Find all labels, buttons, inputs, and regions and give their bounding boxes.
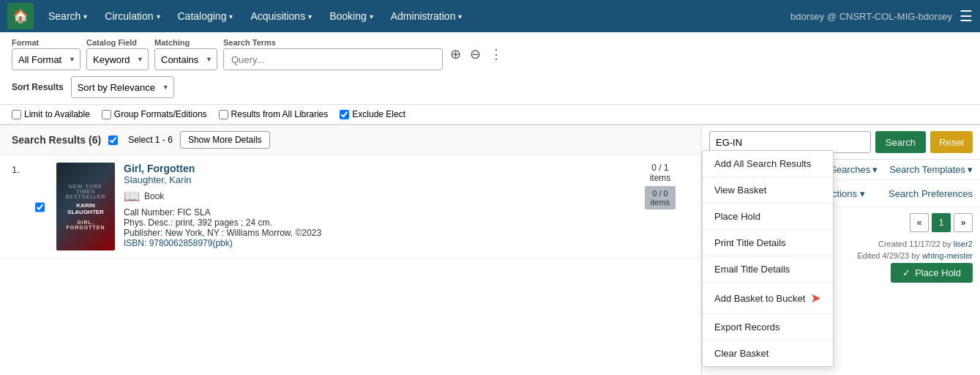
limit-available-filter[interactable]: Limit to Available xyxy=(12,109,90,119)
exclude-elect-checkbox[interactable] xyxy=(340,110,349,119)
result-counts: 0 / 1 items 0 / 0 items xyxy=(631,163,689,250)
group-formats-filter[interactable]: Group Formats/Editions xyxy=(102,109,207,119)
result-phys-desc: Phys. Desc.: print, 392 pages ; 24 cm. xyxy=(124,218,622,228)
result-number: 1. xyxy=(12,163,26,250)
cataloging-dropdown-arrow: ▾ xyxy=(229,12,233,21)
search-preferences-button[interactable]: Search Preferences xyxy=(889,188,973,199)
show-more-details-button[interactable]: Show More Details xyxy=(180,131,270,149)
result-checkbox[interactable] xyxy=(35,164,45,250)
dropdown-place-hold[interactable]: Place Hold xyxy=(703,204,833,230)
home-icon[interactable]: 🏠 xyxy=(7,3,34,29)
place-hold-button[interactable]: ✓ Place Hold xyxy=(891,263,973,283)
all-libraries-checkbox[interactable] xyxy=(219,110,228,119)
select-range-label: Select 1 - 6 xyxy=(128,135,173,145)
user-info: bdorsey @ CNSRT-COL-MIG-bdorsey xyxy=(790,11,952,22)
book-cover: NEW YORK TIMES BESTSELLER KARINSLAUGHTER… xyxy=(56,163,115,250)
exclude-elect-filter[interactable]: Exclude Elect xyxy=(340,109,405,119)
edited-user-link[interactable]: whtng-meister xyxy=(922,251,973,260)
recent-searches-arrow: ▾ xyxy=(872,164,878,175)
prev-page-button[interactable]: « xyxy=(910,213,929,232)
result-title[interactable]: Girl, Forgotten xyxy=(124,163,622,174)
checkmark-icon: ✓ xyxy=(902,267,910,278)
search-dropdown-arrow: ▾ xyxy=(83,12,87,21)
administration-dropdown-arrow: ▾ xyxy=(458,12,462,21)
nav-booking[interactable]: Booking ▾ xyxy=(322,6,381,26)
format-label: Format xyxy=(12,38,81,47)
all-libraries-filter[interactable]: Results from All Libraries xyxy=(219,109,329,119)
dropdown-email-title[interactable]: Email Title Details xyxy=(703,256,833,283)
hamburger-icon[interactable]: ☰ xyxy=(960,7,973,25)
catalog-field-select[interactable]: Keyword xyxy=(86,48,149,70)
nav-acquisitions[interactable]: Acquisitions ▾ xyxy=(243,6,319,26)
more-options-button[interactable]: ⋮ xyxy=(488,45,504,64)
dropdown-add-bucket[interactable]: Add Basket to Bucket ➤ xyxy=(703,283,833,314)
basket-actions-arrow: ▾ xyxy=(860,188,865,199)
add-bucket-arrow-icon: ➤ xyxy=(810,290,821,306)
result-call-number: Call Number: FIC SLA xyxy=(124,207,622,218)
dropdown-add-all[interactable]: Add All Search Results xyxy=(703,151,833,177)
result-author[interactable]: Slaughter, Karin xyxy=(124,174,622,185)
search-block: Format All Format Catalog Field Keyword xyxy=(0,32,980,125)
add-row-button[interactable]: ⊕ xyxy=(449,45,463,64)
result-details: Girl, Forgotten Slaughter, Karin 📖 Book … xyxy=(124,163,622,250)
result-publisher: Publisher: New York, NY : Williams Morro… xyxy=(124,228,622,238)
sort-results-label: Sort Results xyxy=(12,82,64,92)
matching-label: Matching xyxy=(154,38,217,47)
dropdown-export[interactable]: Export Records xyxy=(703,314,833,341)
next-page-button[interactable]: » xyxy=(954,213,973,232)
remove-row-button[interactable]: ⊖ xyxy=(468,45,482,64)
search-templates-arrow: ▾ xyxy=(968,164,973,175)
sort-select[interactable]: Sort by Relevance xyxy=(71,76,174,98)
group-formats-checkbox[interactable] xyxy=(102,110,111,119)
right-reset-button[interactable]: Reset xyxy=(930,131,973,153)
nav-administration[interactable]: Administration ▾ xyxy=(384,6,470,26)
dropdown-print-title[interactable]: Print Title Details xyxy=(703,230,833,256)
booking-dropdown-arrow: ▾ xyxy=(370,12,373,21)
meta-edited: Edited 4/29/23 by whtng-meister xyxy=(857,251,973,260)
right-search-button[interactable]: Search xyxy=(875,131,926,153)
format-select[interactable]: All Format xyxy=(12,48,81,70)
top-navigation: 🏠 Search ▾ Circulation ▾ Cataloging ▾ Ac… xyxy=(0,0,980,32)
result-format: 📖 Book xyxy=(124,188,622,204)
dropdown-view-basket[interactable]: View Basket xyxy=(703,177,833,204)
query-input[interactable] xyxy=(223,48,443,70)
dropdown-clear-basket[interactable]: Clear Basket xyxy=(703,341,833,366)
matching-select[interactable]: Contains xyxy=(154,48,217,70)
meta-created: Created 11/17/22 by liser2 xyxy=(878,240,973,248)
created-user-link[interactable]: liser2 xyxy=(954,240,973,248)
nav-circulation[interactable]: Circulation ▾ xyxy=(97,6,167,26)
search-templates-link[interactable]: Search Templates ▾ xyxy=(889,164,973,175)
basket-actions-dropdown: Add All Search Results View Basket Place… xyxy=(702,150,834,367)
filter-row: Limit to Available Group Formats/Edition… xyxy=(0,105,980,125)
acquisitions-dropdown-arrow: ▾ xyxy=(308,12,312,21)
current-page: 1 xyxy=(932,213,951,232)
pagination: « 1 » xyxy=(910,213,973,232)
book-format-icon: 📖 xyxy=(124,188,140,204)
limit-available-checkbox[interactable] xyxy=(12,110,21,119)
search-terms-label: Search Terms xyxy=(223,38,443,47)
catalog-field-label: Catalog Field xyxy=(86,38,149,47)
table-row: 1. NEW YORK TIMES BESTSELLER KARINSLAUGH… xyxy=(0,155,701,259)
results-area: Search Results (6) Select 1 - 6 Show Mor… xyxy=(0,125,702,375)
nav-cataloging[interactable]: Cataloging ▾ xyxy=(171,6,241,26)
select-all-checkbox[interactable] xyxy=(108,135,118,145)
results-title: Search Results (6) xyxy=(12,134,101,146)
result-isbn: ISBN: 9780062858979(pbk) xyxy=(124,238,622,248)
nav-search[interactable]: Search ▾ xyxy=(41,6,94,26)
results-header: Search Results (6) Select 1 - 6 Show Mor… xyxy=(0,125,701,155)
circulation-dropdown-arrow: ▾ xyxy=(157,12,160,21)
